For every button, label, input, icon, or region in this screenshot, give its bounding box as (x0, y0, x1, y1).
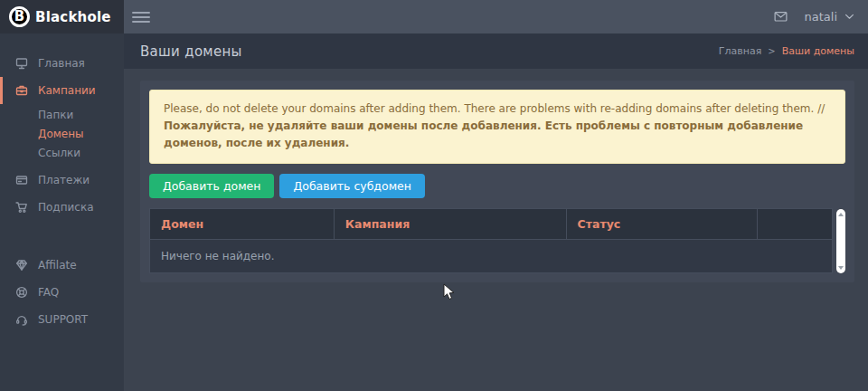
lifebuoy-icon (14, 285, 29, 300)
breadcrumb-separator-icon: > (768, 46, 775, 56)
topbar-right: natali (773, 10, 855, 24)
sidebar-item-campaigns[interactable]: Кампании (0, 77, 124, 104)
domains-panel: Please, do not delete your domains after… (140, 81, 854, 282)
brand-name: Blackhole (35, 9, 111, 25)
column-header-domain[interactable]: Домен (150, 208, 335, 239)
sidebar-item-label: FAQ (38, 286, 59, 299)
column-header-status[interactable]: Статус (566, 208, 757, 239)
sidebar-item-subscription[interactable]: Подписка (0, 194, 124, 221)
sidebar: B Blackhole Главная Кампании Папки (0, 0, 124, 391)
add-subdomain-button[interactable]: Добавить субдомен (279, 174, 424, 198)
breadcrumb: Главная > Ваши домены (719, 45, 854, 57)
sidebar-item-folders[interactable]: Папки (0, 104, 124, 123)
sidebar-item-label: Ссылки (38, 147, 80, 159)
breadcrumb-current: Ваши домены (782, 45, 854, 57)
briefcase-icon (14, 83, 29, 98)
wallet-icon (14, 173, 29, 187)
headset-icon (14, 312, 29, 327)
content-area: Please, do not delete your domains after… (124, 69, 868, 391)
add-domain-button[interactable]: Добавить домен (149, 174, 274, 198)
breadcrumb-home-link[interactable]: Главная (719, 45, 762, 57)
sidebar-section-divider (0, 221, 124, 252)
sidebar-item-label: Affilate (38, 259, 77, 272)
sidebar-item-domains[interactable]: Домены (0, 123, 124, 142)
toolbar: Добавить домен Добавить субдомен (149, 174, 845, 198)
empty-message: Ничего не найдено. (150, 239, 833, 272)
sidebar-item-label: Домены (38, 128, 83, 140)
column-header-actions (757, 208, 832, 239)
username: natali (805, 10, 838, 24)
brand-logo-letter: B (14, 8, 24, 24)
sidebar-item-home[interactable]: Главная (0, 50, 124, 77)
table-row-empty: Ничего не найдено. (150, 239, 833, 272)
user-menu[interactable]: natali (805, 10, 855, 24)
sidebar-item-label: Кампании (38, 84, 96, 97)
sidebar-item-label: SUPPORT (38, 313, 88, 326)
sidebar-item-faq[interactable]: FAQ (0, 279, 124, 306)
warning-text-en: Please, do not delete your domains after… (164, 102, 825, 115)
gem-icon (14, 258, 29, 272)
top-navbar: natali (124, 0, 868, 33)
page-title: Ваши домены (140, 43, 242, 60)
sidebar-item-support[interactable]: SUPPORT (0, 306, 124, 333)
sidebar-item-links[interactable]: Ссылки (0, 142, 124, 161)
sidebar-item-label: Папки (38, 109, 73, 121)
messages-button[interactable] (773, 10, 788, 24)
chevron-down-icon (844, 14, 854, 20)
monitor-icon (14, 56, 29, 71)
menu-toggle-button[interactable] (132, 9, 150, 25)
sidebar-item-affiliate[interactable]: Affilate (0, 252, 124, 279)
page-title-bar: Ваши домены Главная > Ваши домены (124, 33, 868, 69)
domains-table: Домен Кампания Статус Ничего не найдено. (149, 208, 833, 273)
brand-logo[interactable]: B Blackhole (0, 0, 124, 33)
scroll-up-icon[interactable] (838, 213, 844, 216)
envelope-icon (773, 10, 788, 24)
domains-table-area: Домен Кампания Статус Ничего не найдено. (149, 208, 845, 273)
warning-alert: Please, do not delete your domains after… (149, 90, 845, 164)
main-area: natali Ваши домены Главная > Ваши домены… (124, 0, 868, 391)
warning-text-ru: Пожалуйста, не удаляйте ваши домены посл… (164, 119, 803, 149)
sidebar-item-label: Платежи (38, 174, 90, 186)
brand-logo-icon: B (9, 6, 30, 27)
table-scrollbar[interactable] (836, 209, 845, 273)
cart-icon (14, 200, 29, 215)
sidebar-menu: Главная Кампании Папки Домены Ссылки (0, 33, 124, 333)
sidebar-item-label: Подписка (38, 201, 94, 214)
scroll-down-icon[interactable] (838, 266, 844, 270)
sidebar-item-payments[interactable]: Платежи (0, 167, 124, 194)
table-header-row: Домен Кампания Статус (150, 208, 833, 239)
sidebar-item-label: Главная (38, 57, 85, 70)
app-window: B Blackhole Главная Кампании Папки (0, 0, 868, 391)
column-header-campaign[interactable]: Кампания (334, 208, 566, 239)
